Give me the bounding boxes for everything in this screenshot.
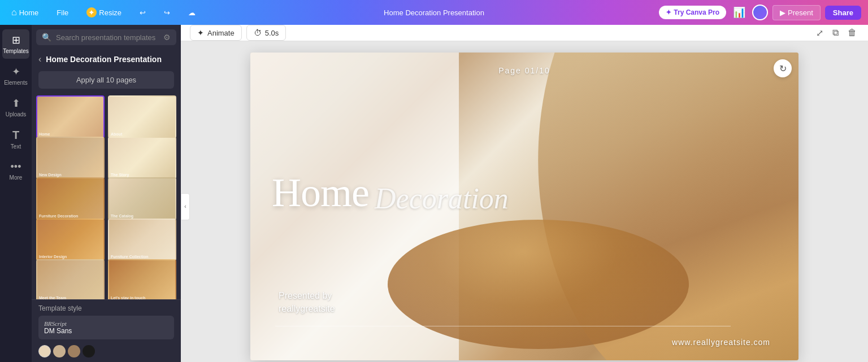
presented-by-text: Presented by [279, 291, 332, 300]
search-bar: 🔍 ⚙ [36, 29, 176, 45]
slide-title-home: Home [272, 169, 369, 216]
hide-panel-button[interactable]: ‹ [181, 193, 190, 220]
resize-icon: ✦ [86, 7, 97, 18]
canvas-icons: ⤢ ⧉ 🗑 [814, 25, 859, 41]
templates-icon: ⊞ [12, 34, 20, 46]
sidebar-item-text[interactable]: T Text [2, 124, 29, 154]
presented-name-text: reallygreatsite [279, 304, 335, 313]
resize-label: Resize [99, 8, 121, 17]
template-thumb-4[interactable]: The Story [108, 137, 176, 180]
slide-website: www.reallygreatsite.com [672, 338, 770, 347]
template-thumb-1[interactable]: Home [36, 95, 105, 138]
slide-canvas[interactable]: Page 01/10 Home Decoration Presented by … [250, 53, 798, 360]
thumb-label-7: Interior Design [39, 255, 67, 259]
canvas-area: ✦ Animate ⏱ 5.0s ⤢ ⧉ 🗑 ‹ [181, 25, 868, 362]
slide-canvas-wrapper: ‹ Page 01/10 Home Decoration Presen [181, 41, 868, 362]
style-section-label: Template style [38, 304, 174, 312]
template-thumb-3[interactable]: New Design [36, 137, 105, 180]
redo-btn[interactable]: ↪ [159, 6, 175, 19]
analytics-icon[interactable]: 📊 [731, 6, 748, 19]
home-icon: ⌂ [11, 7, 17, 18]
thumb-label-5: Furniture Decoration [39, 214, 78, 218]
template-thumb-9[interactable]: Meet the Team [36, 259, 105, 299]
navbar: ⌂ Home File ✦ Resize ↩ ↪ ☁ Home Decorati… [0, 0, 868, 25]
refresh-button[interactable]: ↻ [774, 59, 792, 77]
sidebar-item-elements[interactable]: ✦ Elements [2, 61, 29, 90]
slide-title-decoration: Decoration [375, 182, 509, 215]
resize-nav-item[interactable]: ✦ Resize [82, 5, 126, 20]
font-sig-text: BRScript [44, 320, 72, 327]
slide-presented-by: Presented by reallygreatsite [279, 290, 335, 315]
undo-icon: ↩ [140, 8, 146, 17]
home-label: Home [19, 8, 39, 17]
swatch-brown[interactable] [68, 345, 80, 357]
share-label: Share [833, 8, 853, 17]
template-style-section: Template style BRScript DM Sans [32, 299, 181, 342]
swatch-tan[interactable] [53, 345, 66, 357]
present-label: Present [788, 8, 813, 17]
thumb-label-8: Furniture Collection [111, 255, 149, 259]
sidebar-item-more[interactable]: ••• More [2, 156, 29, 185]
file-nav-item[interactable]: File [52, 6, 73, 19]
document-title-text: Home Decoration Presentation [384, 8, 484, 17]
cloud-icon: ☁ [188, 8, 196, 17]
apply-all-label: Apply all 10 pages [76, 76, 136, 84]
slide-page-indicator: Page 01/10 [498, 66, 550, 75]
thumb-label-10: Let's stay in touch [111, 296, 145, 299]
thumb-label-6: The Catalog [111, 214, 133, 218]
search-input[interactable] [56, 33, 159, 42]
filter-icon[interactable]: ⚙ [163, 33, 171, 42]
expand-icon[interactable]: ⤢ [814, 25, 826, 41]
swatch-black[interactable] [83, 345, 95, 357]
thumb-label-2: About [111, 132, 122, 136]
uploads-icon: ⬆ [12, 97, 20, 110]
tool-sidebar: ⊞ Templates ✦ Elements ⬆ Uploads T Text … [0, 25, 32, 362]
template-thumb-2[interactable]: About [108, 95, 176, 138]
copy-icon[interactable]: ⧉ [830, 25, 841, 40]
search-icon: 🔍 [42, 33, 51, 42]
templates-label: Templates [3, 48, 29, 54]
undo-btn[interactable]: ↩ [135, 6, 150, 19]
template-thumb-6[interactable]: The Catalog [108, 177, 176, 220]
thumb-label-3: New Design [39, 173, 62, 177]
main-area: ⊞ Templates ✦ Elements ⬆ Uploads T Text … [0, 25, 868, 362]
apply-all-button[interactable]: Apply all 10 pages [38, 71, 174, 89]
font-name-text: DM Sans [44, 327, 72, 335]
try-pro-label: Try Canva Pro [674, 8, 719, 16]
back-button[interactable]: ‹ [38, 54, 41, 64]
text-icon: T [12, 129, 19, 142]
template-thumb-7[interactable]: Interior Design [36, 219, 105, 261]
sidebar-item-templates[interactable]: ⊞ Templates [2, 29, 29, 59]
template-thumb-5[interactable]: Furniture Decoration [36, 177, 105, 220]
duration-label: 5.0s [265, 29, 279, 37]
redo-icon: ↪ [164, 8, 170, 17]
swatch-cream[interactable] [38, 345, 51, 357]
animate-icon: ✦ [197, 28, 204, 37]
text-label: Text [11, 143, 21, 150]
clock-icon: ⏱ [254, 28, 262, 37]
thumb-label-1: Home [39, 132, 50, 136]
delete-icon[interactable]: 🗑 [845, 25, 859, 40]
avatar[interactable] [752, 5, 768, 20]
elements-icon: ✦ [12, 66, 20, 78]
animate-label: Animate [207, 29, 235, 37]
star-icon: ✦ [666, 8, 671, 16]
cloud-save-btn[interactable]: ☁ [184, 6, 200, 19]
font-signature: BRScript DM Sans [44, 320, 72, 335]
animate-button[interactable]: ✦ Animate [190, 25, 242, 41]
sidebar-item-uploads[interactable]: ⬆ Uploads [2, 93, 29, 122]
panel-header: ‹ Home Decoration Presentation [32, 50, 181, 69]
style-preview[interactable]: BRScript DM Sans [38, 316, 174, 339]
home-nav-item[interactable]: ⌂ Home [7, 5, 43, 20]
color-swatches [32, 345, 181, 362]
template-thumb-10[interactable]: Let's stay in touch [108, 259, 176, 299]
more-icon: ••• [11, 161, 21, 173]
duration-button[interactable]: ⏱ 5.0s [246, 25, 287, 41]
share-button[interactable]: Share [825, 6, 861, 20]
present-button[interactable]: ▶ Present [772, 5, 821, 20]
try-pro-button[interactable]: ✦ Try Canva Pro [659, 6, 726, 19]
template-thumb-8[interactable]: Furniture Collection [108, 219, 176, 261]
nav-left: ⌂ Home File ✦ Resize ↩ ↪ ☁ [7, 5, 200, 20]
canvas-toolbar: ✦ Animate ⏱ 5.0s ⤢ ⧉ 🗑 [181, 25, 868, 41]
table-visual [388, 220, 689, 349]
